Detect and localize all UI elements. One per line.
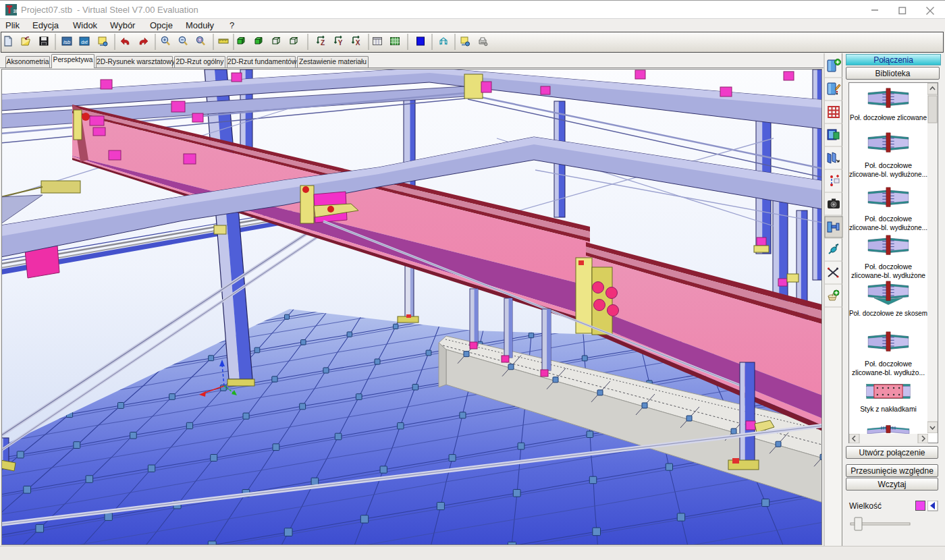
svg-text:Poł. doczołowe: Poł. doczołowe [865,263,912,271]
svg-text:Z: Z [321,39,325,47]
svg-text:Styk z nakładkami: Styk z nakładkami [860,405,917,413]
svg-text:Poł. doczołowe ze skosem: Poł. doczołowe ze skosem [849,310,927,317]
svg-text:3D: 3D [14,9,18,13]
svg-text:zlicowane-bl. wydłużo...: zlicowane-bl. wydłużo... [852,369,925,376]
svg-text:Y: Y [338,39,343,47]
svg-text:zlicowane-bl. wydłużone...: zlicowane-bl. wydłużone... [849,224,927,231]
svg-text:Poł. doczołowe: Poł. doczołowe [865,215,912,223]
svg-text:zlicowane-bl. wydłużone...: zlicowane-bl. wydłużone... [849,171,927,178]
svg-text:Poł. doczołowe zlicowane: Poł. doczołowe zlicowane [850,114,927,121]
svg-text:dxf: dxf [81,40,87,45]
svg-text:zlicowane-bl. wydłużone: zlicowane-bl. wydłużone [851,272,925,279]
svg-text:Poł. doczołowe: Poł. doczołowe [865,360,912,368]
svg-text:isb: isb [63,39,71,45]
svg-text:Poł. doczołowe: Poł. doczołowe [865,162,912,169]
svg-text:X: X [356,39,360,47]
